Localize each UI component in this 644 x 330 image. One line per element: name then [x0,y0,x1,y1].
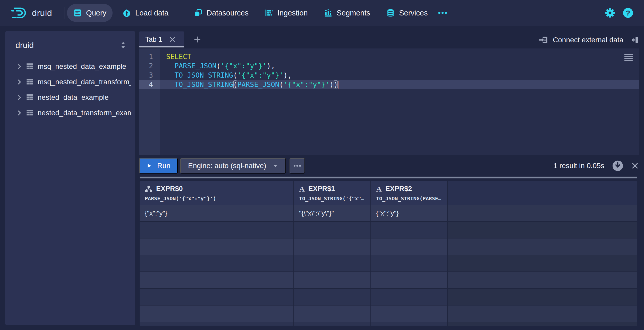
datasources-icon [194,9,202,17]
datasource-msq-nested-data-transform-ex[interactable]: msq_nested_data_transform_ex [5,74,135,90]
collapse-panel-icon[interactable] [630,36,639,44]
editor-line-4[interactable]: 4 TO_JSON_STRING(PARSE_JSON('{"x":"y"}')… [139,80,639,89]
nav-item-load-data[interactable]: Load data [116,4,175,22]
druid-console: druid QueryLoad dataDatasourcesIngestion… [0,0,644,330]
chevron-right-icon[interactable] [16,79,22,85]
table-row-empty [140,238,637,255]
sql-editor[interactable]: 1SELECT2 PARSE_JSON('{"x":"y"}'),3 TO_JS… [139,48,639,155]
empty-cell [371,289,448,306]
run-button[interactable]: Run [139,158,178,174]
empty-cell [140,238,294,255]
nav-item-query[interactable]: Query [67,4,113,22]
empty-cell [371,322,448,326]
editor-line-1[interactable]: 1SELECT [139,52,639,61]
datasource-label: msq_nested_data_transform_ex [38,78,131,86]
resize-divider[interactable] [140,177,637,178]
load-data-icon [122,9,131,17]
more-dots-icon [293,161,302,170]
results-body: {"x":"y"}"{\"x\":\"y\"}"{"x":"y"} [140,205,637,326]
line-number: 1 [139,52,160,61]
table-row-empty [140,289,637,306]
datasource-tree: msq_nested_data_examplemsq_nested_data_t… [5,59,135,121]
header-filler [448,181,637,205]
result-cell[interactable]: {"x":"y"} [371,205,448,222]
help-icon[interactable]: ? [622,7,634,19]
tab-close-icon[interactable] [169,36,176,43]
table-row-empty [140,272,637,289]
connect-external-data-button[interactable]: Connect external data [538,35,623,45]
empty-cell [294,289,371,306]
diagram-tree-type-icon [145,185,152,193]
font-type-icon: A [299,185,305,193]
query-view: Tab 1 Connect [139,26,639,326]
line-number: 2 [139,61,160,71]
column-header-expr-2[interactable]: AEXPR$2TO_JSON_STRING(PARSE… [371,181,448,205]
new-tab-plus-icon[interactable] [193,36,201,43]
editor-menu-icon[interactable] [624,54,633,62]
tab-tab1[interactable]: Tab 1 [139,31,184,47]
row-filler [448,272,637,289]
close-results-icon[interactable] [631,162,639,170]
table-row-empty [140,322,637,326]
chevron-down-icon [273,163,278,169]
empty-cell [140,289,294,306]
datasource-nested-data-transform-exampl[interactable]: nested_data_transform_exampl [5,105,135,121]
datasource-label: msq_nested_data_example [38,62,126,71]
empty-cell [371,222,448,238]
datasource-nested-data-example[interactable]: nested_data_example [5,90,135,105]
editor-line-2[interactable]: 2 PARSE_JSON('{"x":"y"}'), [139,61,639,71]
navbar-divider [181,7,181,19]
engine-select-button[interactable]: Engine: auto (sql-native) [180,158,286,174]
datasource-msq-nested-data-example[interactable]: msq_nested_data_example [5,59,135,74]
row-filler [448,289,637,306]
settings-gear-icon[interactable] [604,7,616,19]
result-cell[interactable]: "{\"x\":\"y\"}" [294,205,371,222]
column-header-expr-1[interactable]: AEXPR$1TO_JSON_STRING('{"x"… [294,181,371,205]
editor-line-3[interactable]: 3 TO_JSON_STRING('{"x":"y"}'), [139,71,639,80]
empty-cell [371,272,448,289]
table-icon [26,109,34,117]
download-icon[interactable] [612,160,623,171]
chevron-right-icon[interactable] [16,95,22,100]
column-expression: PARSE_JSON('{"x":"y"}') [145,195,293,202]
nav-item-segments[interactable]: Segments [318,4,377,22]
tabbar-right: Connect external data [538,35,639,45]
result-cell[interactable]: {"x":"y"} [140,205,294,222]
chevron-right-icon[interactable] [16,110,22,116]
column-header-expr-0[interactable]: EXPR$0PARSE_JSON('{"x":"y"}') [140,181,294,205]
sidebar-header: druid [5,37,135,53]
empty-cell [371,238,448,255]
row-filler [448,222,637,238]
table-row-empty [140,306,637,322]
result-summary: 1 result in 0.05s [553,162,604,170]
code-line: PARSE_JSON('{"x":"y"}'), [160,61,639,71]
run-more-button[interactable] [290,158,305,174]
nav-item-datasources[interactable]: Datasources [188,4,255,22]
table-icon [26,78,34,86]
empty-cell [140,272,294,289]
sort-double-caret-icon[interactable] [120,41,126,49]
table-row-empty [140,222,637,238]
segments-icon [324,9,333,17]
empty-cell [140,306,294,322]
chevron-right-icon[interactable] [16,64,22,69]
table-icon [26,63,34,70]
engine-select-label: Engine: auto (sql-native) [188,162,266,170]
nav-item-label: Load data [135,9,168,17]
navbar-items: QueryLoad dataDatasourcesIngestionSegmen… [67,4,434,22]
navbar: druid QueryLoad dataDatasourcesIngestion… [0,0,644,26]
connect-external-data-label: Connect external data [553,36,623,44]
column-expression: TO_JSON_STRING(PARSE… [376,195,447,202]
row-filler [448,306,637,322]
datasource-label: nested_data_example [38,93,109,102]
brand-name: druid [32,8,52,18]
nav-item-services[interactable]: Services [380,4,434,22]
brand[interactable]: druid [10,6,52,20]
empty-cell [294,255,371,272]
navbar-right: ? [604,7,634,19]
tab-label: Tab 1 [145,36,162,44]
active-tab-indicator [139,46,184,47]
nav-item-label: Segments [337,9,370,17]
navbar-more-button[interactable] [434,5,451,21]
nav-item-ingestion[interactable]: Ingestion [258,4,314,22]
